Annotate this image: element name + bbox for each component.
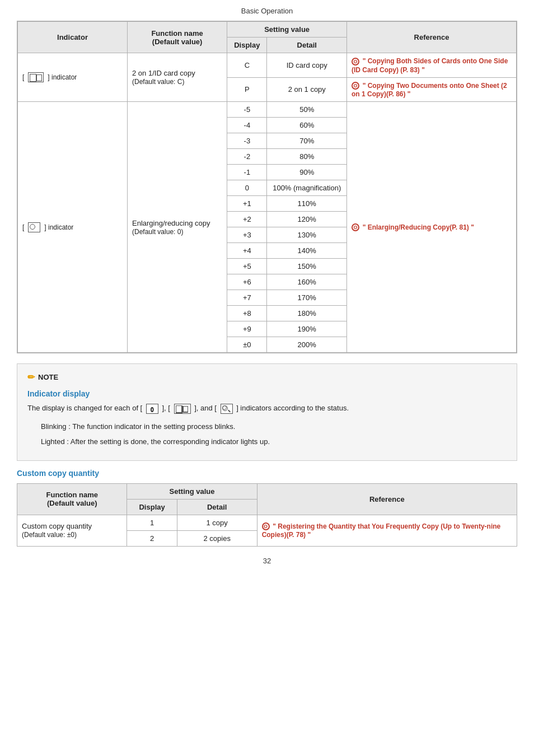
detail-120: 120% bbox=[267, 212, 347, 227]
indicator-box-zoom: [ ] indicator bbox=[22, 222, 73, 232]
custom-default-value: (Default value) bbox=[47, 499, 97, 507]
detail-idcardcopy: ID card copy bbox=[267, 53, 347, 78]
display-p3: +3 bbox=[227, 227, 267, 243]
indicator-box-card: [ ] indicator bbox=[22, 72, 77, 82]
table-row: [ ] indicator Enlarging/reducing copy(De… bbox=[18, 102, 517, 118]
detail-90: 90% bbox=[267, 165, 347, 180]
card-icon bbox=[28, 72, 44, 82]
detail-140: 140% bbox=[267, 243, 347, 259]
header-function: Function name (Default value) bbox=[128, 22, 227, 53]
detail-70: 70% bbox=[267, 133, 347, 149]
bracket-right-zoom: ] indicator bbox=[44, 223, 73, 231]
custom-header-reference: Reference bbox=[257, 483, 517, 515]
custom-table-wrapper: Function name (Default value) Setting va… bbox=[17, 483, 517, 547]
ref-circle-2: O bbox=[352, 82, 359, 90]
detail-170: 170% bbox=[267, 290, 347, 306]
detail-100: 100% (magnification) bbox=[267, 180, 347, 196]
detail-200: 200% bbox=[267, 337, 347, 353]
custom-detail-1copy: 1 copy bbox=[177, 515, 257, 530]
detail-2on1: 2 on 1 copy bbox=[267, 77, 347, 102]
page-title: Basic Operation bbox=[0, 0, 534, 21]
header-display: Display bbox=[227, 38, 267, 53]
custom-display-1: 1 bbox=[127, 515, 177, 530]
indicator-cell-card: [ ] indicator bbox=[18, 53, 128, 102]
display-p: P bbox=[227, 77, 267, 102]
note-box: ✏ NOTE Indicator display The display is … bbox=[17, 363, 517, 460]
display-p9: +9 bbox=[227, 321, 267, 337]
display-pm0: ±0 bbox=[227, 337, 267, 353]
display-m1: -1 bbox=[227, 165, 267, 180]
detail-190: 190% bbox=[267, 321, 347, 337]
custom-copy-table: Function name (Default value) Setting va… bbox=[17, 483, 517, 547]
note-label: NOTE bbox=[38, 373, 58, 381]
ref-zoom: O " Enlarging/Reducing Copy(P. 81) " bbox=[347, 102, 517, 353]
display-c: C bbox=[227, 53, 267, 78]
function-cell-idcard: 2 on 1/ID card copy(Default value: C) bbox=[128, 53, 227, 102]
custom-function-name: Function name bbox=[46, 491, 98, 499]
header-reference: Reference bbox=[347, 22, 517, 53]
zoom-icon bbox=[28, 222, 40, 232]
custom-header-setting: Setting value bbox=[127, 483, 257, 499]
header-detail: Detail bbox=[267, 38, 347, 53]
custom-display-2: 2 bbox=[127, 530, 177, 546]
table-row: [ ] indicator 2 on 1/ID card copy(Defaul… bbox=[18, 53, 517, 78]
detail-50: 50% bbox=[267, 102, 347, 118]
display-p8: +8 bbox=[227, 306, 267, 321]
ref-text-2on1: " Copying Two Documents onto One Sheet (… bbox=[352, 82, 507, 99]
custom-ref: O " Registering the Quantity that You Fr… bbox=[257, 515, 517, 546]
indicator-cell-zoom: [ ] indicator bbox=[18, 102, 128, 353]
display-p7: +7 bbox=[227, 290, 267, 306]
pencil-icon: ✏ bbox=[27, 372, 35, 382]
ref-circle-1: O bbox=[352, 58, 359, 66]
display-p1: +1 bbox=[227, 196, 267, 212]
indicator-display-text: The display is changed for each of [ 0 ]… bbox=[27, 403, 507, 414]
detail-130: 130% bbox=[267, 227, 347, 243]
custom-header-detail: Detail bbox=[177, 499, 257, 515]
display-p2: +2 bbox=[227, 212, 267, 227]
display-m4: -4 bbox=[227, 118, 267, 133]
display-m2: -2 bbox=[227, 149, 267, 165]
custom-ref-circle: O bbox=[262, 522, 270, 530]
header-function-name: Function name bbox=[151, 29, 203, 38]
detail-80: 80% bbox=[267, 149, 347, 165]
inline-icon-zoom-2 bbox=[221, 404, 233, 414]
display-0: 0 bbox=[227, 180, 267, 196]
display-m3: -3 bbox=[227, 133, 267, 149]
detail-60: 60% bbox=[267, 118, 347, 133]
inline-icon-zero: 0 bbox=[146, 404, 158, 414]
display-p4: +4 bbox=[227, 243, 267, 259]
function-cell-zoom: Enlarging/reducing copy(Default value: 0… bbox=[128, 102, 227, 353]
detail-150: 150% bbox=[267, 259, 347, 274]
custom-header-function: Function name (Default value) bbox=[17, 483, 127, 515]
display-p6: +6 bbox=[227, 274, 267, 290]
detail-180: 180% bbox=[267, 306, 347, 321]
display-p5: +5 bbox=[227, 259, 267, 274]
ref-text-idcard: " Copying Both Sides of Cards onto One S… bbox=[352, 57, 508, 74]
main-table: Indicator Function name (Default value) … bbox=[17, 21, 517, 353]
custom-header-display: Display bbox=[127, 499, 177, 515]
ref-circle-zoom: O bbox=[352, 223, 359, 231]
note-lighted: Lighted : After the setting is done, the… bbox=[27, 436, 507, 448]
detail-160: 160% bbox=[267, 274, 347, 290]
bracket-left-zoom: [ bbox=[22, 223, 24, 231]
custom-ref-text: " Registering the Quantity that You Freq… bbox=[262, 522, 501, 539]
custom-copy-title: Custom copy quantity bbox=[17, 469, 517, 478]
detail-110: 110% bbox=[267, 196, 347, 212]
bracket-right: ] indicator bbox=[48, 73, 77, 81]
table-row: Custom copy quantity (Default value: ±0)… bbox=[17, 515, 517, 530]
custom-function-cell: Custom copy quantity (Default value: ±0) bbox=[17, 515, 127, 546]
custom-detail-2copies: 2 copies bbox=[177, 530, 257, 546]
indicator-display-title: Indicator display bbox=[27, 389, 507, 398]
ref-idcard: O " Copying Both Sides of Cards onto One… bbox=[347, 53, 517, 78]
header-indicator: Indicator bbox=[18, 22, 128, 53]
header-default-value: (Default value) bbox=[152, 38, 203, 46]
ref-text-zoom: " Enlarging/Reducing Copy(P. 81) " bbox=[363, 223, 474, 231]
note-blinking: Blinking : The function indicator in the… bbox=[27, 421, 507, 433]
ref-2on1: O " Copying Two Documents onto One Sheet… bbox=[347, 77, 517, 102]
display-m5: -5 bbox=[227, 102, 267, 118]
bracket-left: [ bbox=[22, 73, 24, 81]
note-header: ✏ NOTE bbox=[27, 372, 507, 382]
main-table-wrapper: Indicator Function name (Default value) … bbox=[17, 21, 517, 353]
inline-icon-card-2 bbox=[174, 404, 191, 414]
header-setting-value: Setting value bbox=[227, 22, 347, 38]
